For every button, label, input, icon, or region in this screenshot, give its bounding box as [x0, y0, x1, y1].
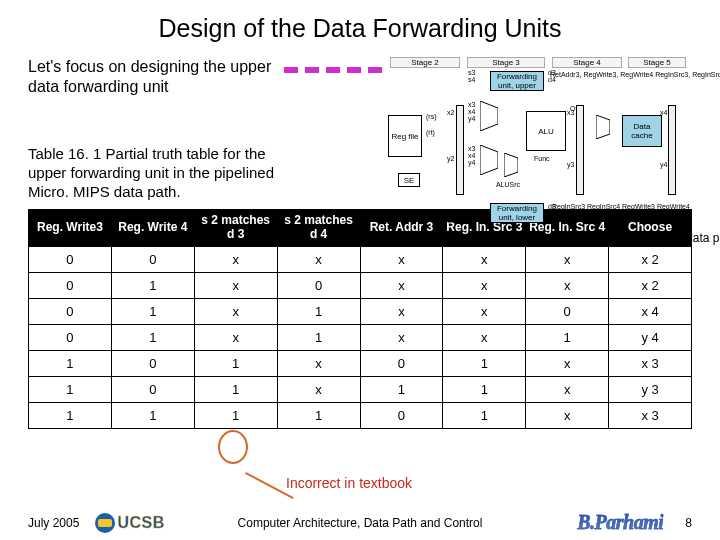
cell: x	[360, 324, 443, 350]
table-row: 101x01xx 3	[29, 350, 692, 376]
cell: x	[194, 324, 277, 350]
figure-caption-row: Fig. 16.4 Forwarding unit for the pipeli…	[382, 231, 720, 245]
upper-row: Let's focus on designing the upper data …	[28, 57, 692, 201]
table-body: 00xxxxxx 2 01x0xxxx 2 01x1xx0x 4 01x1xx1…	[29, 246, 692, 428]
cell: 0	[111, 376, 194, 402]
annotation-text: Incorrect in textbook	[286, 475, 412, 491]
mux-lower-left-inputs: x3 x4 y4	[468, 145, 475, 166]
stage5-label: Stage 5	[628, 57, 686, 68]
cell: 0	[526, 298, 609, 324]
cell: x	[360, 246, 443, 272]
cell: x	[526, 402, 609, 428]
table-caption: Table 16. 1 Partial truth table for the …	[28, 145, 280, 201]
table-row: 00xxxxxx 2	[29, 246, 692, 272]
dashed-arrow-icon	[284, 67, 382, 73]
alusrci-label: ALUSrc1	[434, 217, 462, 224]
cell: x	[277, 350, 360, 376]
latch-2-3	[456, 105, 464, 195]
cell: 1	[111, 272, 194, 298]
th-2: s 2 matches d 3	[194, 210, 277, 247]
cell: 1	[29, 350, 112, 376]
reg-file-block: Reg file	[388, 115, 422, 157]
rt-label: (rt)	[426, 129, 435, 136]
table-row: 01x1xx1y 4	[29, 324, 692, 350]
cell: 1	[194, 402, 277, 428]
cell: x	[194, 298, 277, 324]
svg-marker-1	[480, 145, 498, 175]
stage2-label: Stage 2	[390, 57, 460, 68]
cell: x	[443, 324, 526, 350]
latch-3-4	[576, 105, 584, 195]
cell: 1	[111, 298, 194, 324]
ucsb-badge-icon	[95, 513, 115, 533]
y2-lbl: y2	[447, 155, 454, 162]
cell: x	[194, 246, 277, 272]
cell: x 3	[609, 350, 692, 376]
th-3: s 2 matches d 4	[277, 210, 360, 247]
cell: y 3	[609, 376, 692, 402]
cell: x	[526, 272, 609, 298]
cell: x	[194, 272, 277, 298]
fwd-upper-signals: RetAddr3, RegWrite3, RegWrite4 RegInSrc3…	[550, 71, 646, 78]
d3d4-lower-label: d3 d4	[548, 203, 556, 217]
cell: 0	[29, 298, 112, 324]
cell: 0	[360, 350, 443, 376]
cell: x 2	[609, 272, 692, 298]
pipeline-diagram: Stage 2 Stage 3 Stage 4 Stage 5 Forwardi…	[384, 57, 692, 247]
figure-number: Fig. 16.4	[382, 231, 429, 245]
mux-alusrc-icon	[504, 153, 518, 177]
rs-label: (rs)	[426, 113, 437, 120]
y3-lbl: y3	[567, 161, 574, 168]
cell: x	[277, 246, 360, 272]
th-0: Reg. Write3	[29, 210, 112, 247]
se-block: SE	[398, 173, 420, 187]
cell: 1	[277, 324, 360, 350]
footer-right: B.Parhami 8	[577, 511, 692, 534]
footer-center: Computer Architecture, Data Path and Con…	[238, 516, 483, 530]
cell: 1	[277, 298, 360, 324]
diagram-area: Stage 2 Stage 3 Stage 4 Stage 5 Forwardi…	[290, 57, 692, 201]
svg-marker-2	[504, 153, 518, 177]
focus-text: Let's focus on designing the upper data …	[28, 57, 280, 97]
fwd-upper-block: Forwarding unit, upper	[490, 71, 544, 91]
fwd-lower-block: Forwarding unit, lower	[490, 203, 544, 223]
cell: 1	[29, 402, 112, 428]
figure-caption: Forwarding unit for the pipelined Micro.…	[443, 231, 720, 245]
mux-upper-inputs: x3 x4 y4	[468, 101, 475, 122]
y4-lbl: y4	[660, 161, 667, 168]
d3d4-upper-label: d3 d4	[548, 69, 556, 83]
table-row: 01x1xx0x 4	[29, 298, 692, 324]
cell: 0	[111, 350, 194, 376]
svg-marker-3	[596, 115, 610, 139]
x4-lbl: x4	[660, 109, 667, 116]
cell: 1	[443, 350, 526, 376]
cell: 0	[29, 272, 112, 298]
cell: x	[443, 246, 526, 272]
cell: 0	[29, 246, 112, 272]
x3-lbl: x3	[567, 109, 574, 116]
cell: 1	[111, 324, 194, 350]
cell: 0	[29, 324, 112, 350]
table-row: 01x0xxxx 2	[29, 272, 692, 298]
slide: Design of the Data Forwarding Units Let'…	[0, 0, 720, 540]
cell: x	[360, 272, 443, 298]
x2-lbl: x2	[447, 109, 454, 116]
cell: 1	[443, 376, 526, 402]
ucsb-logo: UCSB	[95, 513, 164, 533]
data-cache-block: Data cache	[622, 115, 662, 147]
ucsb-text: UCSB	[117, 514, 164, 532]
cell: x	[526, 246, 609, 272]
mux-upper-icon	[480, 101, 498, 131]
stage4-label: Stage 4	[552, 57, 622, 68]
cell: 1	[194, 376, 277, 402]
mux-lower-left-icon	[480, 145, 498, 175]
fwd-lower-signals: RegInSrc3 RegInSrc4 RegWrite3 RegWrite4	[552, 203, 620, 210]
cell: 0	[111, 246, 194, 272]
th-1: Reg. Write 4	[111, 210, 194, 247]
cell: 0	[277, 272, 360, 298]
table-row: 101x11xy 3	[29, 376, 692, 402]
stage3-label: Stage 3	[467, 57, 545, 68]
cell: 1	[526, 324, 609, 350]
cell: 0	[360, 402, 443, 428]
slide-title: Design of the Data Forwarding Units	[28, 14, 692, 43]
